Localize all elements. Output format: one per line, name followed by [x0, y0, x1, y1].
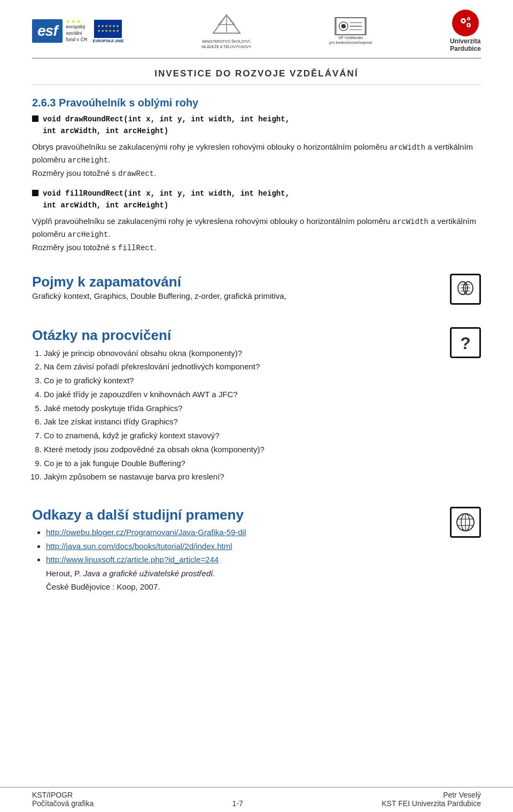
footer-left: KST/IPOGR Počítačová grafika	[32, 791, 94, 808]
esf-logo: esf ★★★ evropský sociální fond v ČR	[32, 19, 88, 43]
msmt-logo: MINISTERSTVO ŠKOLSTVÍ, MLÁDEŽE A TĚLOVÝC…	[201, 13, 251, 49]
otazky-section: Otázky na procvičení Jaký je princip obn…	[32, 327, 481, 485]
list-item: Jakým způsobem se nastavuje barva pro kr…	[44, 470, 441, 484]
list-item: http://java.sun.com/docs/books/tutorial/…	[46, 539, 441, 553]
page: esf ★★★ evropský sociální fond v ČR ★	[0, 0, 513, 812]
list-item: Jaké metody poskytuje třída Graphics?	[44, 402, 441, 415]
svg-text:?: ?	[460, 334, 471, 352]
globe-svg	[455, 512, 476, 532]
bullet-icon	[32, 115, 38, 122]
list-item: Do jaké třídy je zapouzdřen v knihovnách…	[44, 388, 441, 401]
esf-stars: ★★★ evropský sociální fond v ČR	[66, 19, 87, 43]
esf-text: evropský sociální fond v ČR	[66, 24, 87, 43]
section-round-rect: 2.6.3 Pravoúhelník s oblými rohy void dr…	[32, 97, 481, 262]
odkazy-section: Odkazy a další studijní prameny http://o…	[32, 507, 481, 594]
globe-icon	[450, 507, 481, 538]
university-logo: Univerzita Pardubice	[450, 10, 481, 52]
pojmy-desc: Grafický kontext, Graphics, Double Buffe…	[32, 291, 441, 300]
draw-round-rect-signature: void drawRoundRect(int x, int y, int wid…	[32, 113, 481, 137]
draw-round-rect-method: void drawRoundRect(int x, int y, int wid…	[32, 113, 481, 180]
fill-round-rect-method: void fillRoundRect(int x, int y, int wid…	[32, 188, 481, 254]
esf-box: esf	[32, 19, 63, 43]
eu-flag: ★★★★★★ ★★★★★★	[94, 20, 122, 38]
herout-entry: Herout, P. Java a grafické uživatelské p…	[46, 567, 441, 594]
question-svg: ?	[456, 333, 475, 352]
brain-svg	[456, 280, 475, 299]
link[interactable]: http://java.sun.com/docs/books/tutorial/…	[46, 542, 232, 551]
svg-point-9	[454, 12, 477, 34]
link[interactable]: http://owebu.bloger.cz/Programovani/Java…	[46, 528, 246, 537]
list-item: Co je to a jak funguje Double Buffering?	[44, 457, 441, 470]
list-item: Jaký je princip obnovování obsahu okna (…	[44, 347, 441, 360]
list-item: http://owebu.bloger.cz/Programovani/Java…	[46, 525, 441, 539]
op-logo: OP Vzdělávání pro konkurenceschopnost	[329, 17, 372, 45]
odkazy-list: http://owebu.bloger.cz/Programovani/Java…	[46, 525, 441, 567]
eu-flag-group: ★★★★★★ ★★★★★★ EVROPSKÁ UNIE	[93, 20, 124, 43]
msmt-svg	[208, 13, 245, 36]
op-svg	[336, 16, 366, 37]
footer: KST/IPOGR Počítačová grafika 1-7 Petr Ve…	[0, 787, 513, 812]
list-item: Na čem závisí pořadí překreslování jedno…	[44, 360, 441, 374]
op-graphic	[335, 17, 367, 35]
otazky-list: Jaký je princip obnovování obsahu okna (…	[44, 347, 441, 484]
fill-round-rect-desc: Výplň pravoúhelníku se zakulacenými rohy…	[32, 215, 481, 254]
link[interactable]: http://www.linuxsoft.cz/article.php?id_a…	[46, 555, 219, 564]
list-item: Které metody jsou zodpovědné za obsah ok…	[44, 443, 441, 457]
list-item: Jak lze získat instanci třídy Graphics?	[44, 415, 441, 429]
university-circle	[452, 10, 479, 36]
footer-center: 1-7	[232, 799, 243, 808]
logo-group-left: esf ★★★ evropský sociální fond v ČR ★	[32, 19, 123, 43]
brain-icon	[450, 274, 481, 305]
list-item: http://www.linuxsoft.cz/article.php?id_a…	[46, 553, 441, 567]
pojmy-section: Pojmy k zapamatování Grafický kontext, G…	[32, 274, 481, 305]
svg-point-13	[468, 18, 469, 19]
bullet-icon-2	[32, 190, 38, 196]
otazky-title: Otázky na procvičení	[32, 327, 441, 344]
svg-point-5	[341, 24, 346, 28]
investice-banner: INVESTICE DO ROZVOJE VZDĚLÁVÁNÍ	[32, 61, 481, 85]
draw-round-rect-desc: Obrys pravoúhelníku se zakulacenými rohy…	[32, 141, 481, 180]
section-title: 2.6.3 Pravoúhelník s oblými rohy	[32, 97, 481, 109]
svg-point-15	[468, 24, 470, 26]
fill-round-rect-signature: void fillRoundRect(int x, int y, int wid…	[32, 188, 481, 212]
question-icon: ?	[450, 327, 481, 358]
pojmy-title: Pojmy k zapamatování	[32, 274, 441, 290]
list-item: Co to znamená, když je grafický kontext …	[44, 429, 441, 443]
odkazy-title: Odkazy a další studijní prameny	[32, 507, 441, 523]
footer-right: Petr Veselý KST FEI Univerzita Pardubice	[382, 791, 481, 808]
univ-svg	[454, 11, 477, 35]
list-item: Co je to grafický kontext?	[44, 374, 441, 388]
svg-point-11	[462, 20, 464, 22]
header-logos: esf ★★★ evropský sociální fond v ČR ★	[32, 10, 481, 59]
